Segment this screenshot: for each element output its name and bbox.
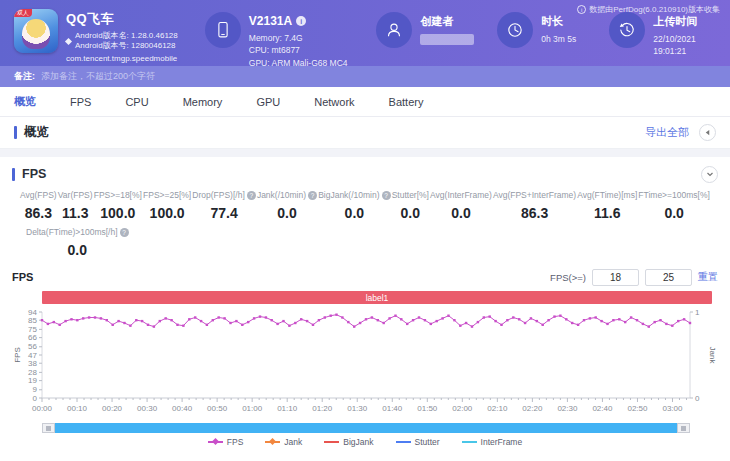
svg-text:75: 75 bbox=[28, 325, 37, 334]
fps-threshold-label: FPS(>=) bbox=[550, 272, 586, 283]
fps-section-title: FPS bbox=[22, 167, 46, 181]
tab-overview[interactable]: 概览 bbox=[14, 94, 36, 109]
legend-marker bbox=[208, 441, 223, 443]
scrollbar-right-handle[interactable] bbox=[677, 423, 690, 433]
svg-text:01:00: 01:00 bbox=[242, 404, 263, 413]
tab-memory[interactable]: Memory bbox=[183, 96, 223, 108]
collector-note: i 数据由PerfDog(6.0.210910)版本收集 bbox=[577, 4, 720, 15]
chart-legend: FPSJankBigJankStutterInterFrame bbox=[12, 434, 718, 449]
tab-fps[interactable]: FPS bbox=[70, 96, 91, 108]
metric-value: 11.3 bbox=[58, 205, 93, 221]
metric-value: 0.0 bbox=[26, 242, 129, 258]
device-specs: Memory: 7.4G CPU: mt6877 GPU: ARM Mali-G… bbox=[249, 32, 348, 69]
creator-name-masked bbox=[420, 34, 474, 45]
note-label: 备注: bbox=[14, 70, 35, 83]
tab-gpu[interactable]: GPU bbox=[256, 96, 280, 108]
metric: Delta(FTime)>100ms[/h]?0.0 bbox=[26, 227, 129, 258]
fps-metrics-row-1: Avg(FPS)86.3Var(FPS)11.3FPS>=18[%]100.0F… bbox=[12, 186, 718, 221]
chart-annotation-bar: label1 bbox=[42, 291, 712, 304]
metric: FPS>=18[%]100.0 bbox=[94, 190, 142, 221]
fps-threshold-input-1[interactable] bbox=[592, 269, 639, 286]
legend-item-jank[interactable]: Jank bbox=[265, 437, 302, 447]
legend-item-stutter[interactable]: Stutter bbox=[396, 437, 440, 447]
device-info-icon[interactable]: i bbox=[296, 16, 306, 26]
legend-item-interframe[interactable]: InterFrame bbox=[462, 437, 523, 447]
export-all-button[interactable]: 导出全部 bbox=[645, 125, 689, 140]
creator-label: 创建者 bbox=[420, 14, 474, 29]
metric: Avg(FPS)86.3 bbox=[20, 190, 57, 221]
scrollbar-track[interactable] bbox=[55, 423, 677, 433]
svg-text:0: 0 bbox=[33, 394, 38, 403]
svg-text:1: 1 bbox=[695, 308, 700, 317]
fps-threshold-input-2[interactable] bbox=[645, 269, 692, 286]
device-cpu: CPU: mt6877 bbox=[249, 44, 348, 56]
legend-label: FPS bbox=[227, 437, 244, 447]
metric-label: Var(FPS) bbox=[58, 190, 93, 200]
metric-label: Delta(FTime)>100ms[/h]? bbox=[26, 227, 129, 237]
svg-text:00:50: 00:50 bbox=[207, 404, 228, 413]
legend-label: Jank bbox=[284, 437, 302, 447]
overview-section-bar: 概览 导出全部 bbox=[0, 117, 730, 149]
legend-item-fps[interactable]: FPS bbox=[208, 437, 244, 447]
duration-label: 时长 bbox=[541, 14, 576, 29]
metric-value: 100.0 bbox=[143, 205, 191, 221]
metric-value: 100.0 bbox=[94, 205, 142, 221]
legend-item-bigjank[interactable]: BigJank bbox=[324, 437, 373, 447]
fps-chart-title: FPS bbox=[12, 271, 33, 283]
device-model: V2131A bbox=[249, 14, 292, 28]
diamond-icon bbox=[65, 37, 72, 44]
help-icon[interactable]: ? bbox=[247, 191, 256, 200]
metric-label: Avg(FPS+InterFrame) bbox=[493, 190, 576, 200]
upload-label: 上传时间 bbox=[653, 14, 716, 29]
metric-value: 86.3 bbox=[20, 205, 57, 221]
note-bar[interactable]: 备注: 添加备注，不超过200个字符 bbox=[0, 66, 730, 87]
phone-icon bbox=[205, 12, 241, 48]
metric: Avg(InterFrame)0.0 bbox=[430, 190, 492, 221]
app-icon: 双人 bbox=[14, 9, 58, 53]
metric-label: BigJank(/10min)? bbox=[318, 190, 390, 200]
upload-value: 22/10/2021 19:01:21 bbox=[653, 33, 716, 58]
metric-value: 11.6 bbox=[577, 205, 637, 221]
chart-h-scrollbar[interactable] bbox=[42, 423, 690, 433]
overview-title-text: 概览 bbox=[24, 124, 49, 141]
svg-text:9: 9 bbox=[33, 385, 38, 394]
metric: Drop(FPS)[/h]?77.4 bbox=[192, 190, 255, 221]
collapse-left-button[interactable] bbox=[699, 124, 716, 141]
metric-value: 0.0 bbox=[257, 205, 317, 221]
legend-marker bbox=[324, 441, 339, 443]
svg-text:00:40: 00:40 bbox=[172, 404, 193, 413]
svg-text:00:20: 00:20 bbox=[102, 404, 123, 413]
help-icon[interactable]: ? bbox=[308, 191, 317, 200]
device-memory: Memory: 7.4G bbox=[249, 32, 348, 44]
svg-text:28: 28 bbox=[28, 368, 37, 377]
user-icon bbox=[376, 12, 412, 48]
metric-label: FPS>=25[%] bbox=[143, 190, 191, 200]
metric-value: 86.3 bbox=[493, 205, 576, 221]
metric: BigJank(/10min)?0.0 bbox=[318, 190, 390, 221]
reset-button[interactable]: 重置 bbox=[698, 270, 718, 284]
info-icon: i bbox=[577, 5, 586, 14]
svg-text:01:50: 01:50 bbox=[417, 404, 438, 413]
tab-cpu[interactable]: CPU bbox=[125, 96, 148, 108]
fps-card: FPS Avg(FPS)86.3Var(FPS)11.3FPS>=18[%]10… bbox=[0, 157, 730, 461]
metric-value: 77.4 bbox=[192, 205, 255, 221]
help-icon[interactable]: ? bbox=[382, 191, 391, 200]
svg-text:01:30: 01:30 bbox=[347, 404, 368, 413]
svg-text:02:10: 02:10 bbox=[487, 404, 508, 413]
section-gap bbox=[0, 149, 730, 157]
tab-network[interactable]: Network bbox=[314, 96, 354, 108]
duration-value: 0h 3m 5s bbox=[541, 33, 576, 45]
metric-value: 0.0 bbox=[318, 205, 390, 221]
metric: Var(FPS)11.3 bbox=[58, 190, 93, 221]
annotation-label: label1 bbox=[366, 293, 389, 303]
metric-label: Avg(FTime)[ms] bbox=[577, 190, 637, 200]
fps-chart: 09192838475666758594FPS01Jank00:0000:100… bbox=[12, 306, 718, 418]
svg-text:01:10: 01:10 bbox=[277, 404, 298, 413]
help-icon[interactable]: ? bbox=[120, 228, 129, 237]
fps-metrics-row-2: Delta(FTime)>100ms[/h]?0.0 bbox=[12, 221, 718, 258]
metric: FTime>=100ms[%]0.0 bbox=[638, 190, 710, 221]
collapse-down-button[interactable] bbox=[701, 166, 718, 183]
metric-label: Drop(FPS)[/h]? bbox=[192, 190, 255, 200]
tab-battery[interactable]: Battery bbox=[389, 96, 424, 108]
scrollbar-left-handle[interactable] bbox=[42, 423, 55, 433]
